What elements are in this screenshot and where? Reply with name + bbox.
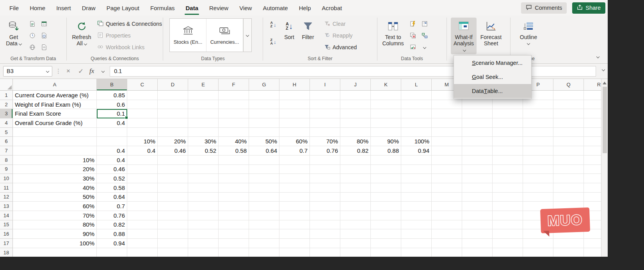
column-header-k[interactable]: K xyxy=(371,79,401,91)
cell-I11[interactable] xyxy=(310,183,340,193)
cell-H2[interactable] xyxy=(279,100,310,109)
cell-B9[interactable]: 0.46 xyxy=(97,165,127,174)
cell-D3[interactable] xyxy=(158,109,188,118)
cell-L5[interactable] xyxy=(401,128,432,137)
cell-O2[interactable] xyxy=(493,100,523,109)
cell-C17[interactable] xyxy=(127,239,158,248)
cell-Q6[interactable] xyxy=(553,137,584,146)
cell-O5[interactable] xyxy=(493,128,523,137)
cell-L12[interactable] xyxy=(401,193,432,202)
cell-P10[interactable] xyxy=(523,174,553,183)
cell-A17[interactable]: 100% xyxy=(13,239,97,248)
cell-Q12[interactable] xyxy=(553,193,584,202)
cell-K10[interactable] xyxy=(371,174,401,183)
cell-A3[interactable]: Final Exam Score xyxy=(13,109,97,118)
cell-A15[interactable]: 80% xyxy=(13,220,97,230)
cell-C5[interactable] xyxy=(127,128,158,137)
row-header-13[interactable]: 13 xyxy=(0,202,13,211)
cell-M10[interactable] xyxy=(432,174,462,183)
cell-J18[interactable] xyxy=(340,248,371,257)
cell-D9[interactable] xyxy=(158,165,188,174)
cell-R6[interactable] xyxy=(584,137,601,146)
tab-file[interactable]: File xyxy=(4,0,24,16)
cell-M17[interactable] xyxy=(432,239,462,248)
data-types-more-button[interactable] xyxy=(243,19,251,52)
cell-P5[interactable] xyxy=(523,128,553,137)
cell-P9[interactable] xyxy=(523,165,553,174)
cell-L9[interactable] xyxy=(401,165,432,174)
cell-D15[interactable] xyxy=(158,220,188,230)
cell-A12[interactable]: 50% xyxy=(13,193,97,202)
cell-K3[interactable] xyxy=(371,109,401,118)
cell-I13[interactable] xyxy=(310,202,340,211)
cell-J13[interactable] xyxy=(340,202,371,211)
cell-P2[interactable] xyxy=(523,100,553,109)
cell-K4[interactable] xyxy=(371,118,401,128)
cell-L6[interactable]: 100% xyxy=(401,137,432,146)
queries-connections-button[interactable]: Queries & Connections xyxy=(96,19,164,29)
cell-F18[interactable] xyxy=(219,248,249,257)
row-header-7[interactable]: 7 xyxy=(0,146,13,156)
cell-B16[interactable]: 0.88 xyxy=(97,229,127,239)
cell-B7[interactable]: 0.4 xyxy=(97,146,127,156)
cell-D16[interactable] xyxy=(158,229,188,239)
cell-H5[interactable] xyxy=(279,128,310,137)
cell-R1[interactable] xyxy=(584,91,601,100)
cell-J12[interactable] xyxy=(340,193,371,202)
filter-button[interactable]: Filter xyxy=(298,18,318,54)
sort-az-button[interactable]: AZ↓ xyxy=(267,18,279,32)
cell-H1[interactable] xyxy=(279,91,310,100)
stocks-data-type[interactable]: Stocks (En... xyxy=(170,19,206,52)
cell-K1[interactable] xyxy=(371,91,401,100)
cell-N6[interactable] xyxy=(462,137,493,146)
cell-J16[interactable] xyxy=(340,229,371,239)
cell-A18[interactable] xyxy=(13,248,97,257)
cell-F14[interactable] xyxy=(219,211,249,220)
cell-I17[interactable] xyxy=(310,239,340,248)
remove-duplicates-button[interactable] xyxy=(407,30,419,41)
cell-E14[interactable] xyxy=(188,211,219,220)
cell-O16[interactable] xyxy=(493,229,523,239)
cell-N2[interactable] xyxy=(462,100,493,109)
from-table-range-button[interactable] xyxy=(38,18,50,30)
cell-Q7[interactable] xyxy=(553,146,584,156)
cell-C16[interactable] xyxy=(127,229,158,239)
cell-B10[interactable]: 0.52 xyxy=(97,174,127,183)
cell-F2[interactable] xyxy=(219,100,249,109)
cell-M13[interactable] xyxy=(432,202,462,211)
tab-help[interactable]: Help xyxy=(294,0,317,16)
cell-E11[interactable] xyxy=(188,183,219,193)
cell-H17[interactable] xyxy=(279,239,310,248)
cell-P11[interactable] xyxy=(523,183,553,193)
menu-item-scenario-manager[interactable]: Scenario Manager... xyxy=(454,56,531,70)
cell-J8[interactable] xyxy=(340,156,371,165)
cell-O7[interactable] xyxy=(493,146,523,156)
cell-P6[interactable] xyxy=(523,137,553,146)
cell-B1[interactable]: 0.85 xyxy=(97,91,127,100)
cell-F7[interactable]: 0.58 xyxy=(219,146,249,156)
data-validation-button[interactable] xyxy=(407,41,419,53)
cell-C12[interactable] xyxy=(127,193,158,202)
cell-D6[interactable]: 20% xyxy=(158,137,188,146)
cell-N17[interactable] xyxy=(462,239,493,248)
cell-H14[interactable] xyxy=(279,211,310,220)
cell-K12[interactable] xyxy=(371,193,401,202)
cell-D18[interactable] xyxy=(158,248,188,257)
cell-A1[interactable]: Current Course Average (%) xyxy=(13,91,97,100)
cell-L11[interactable] xyxy=(401,183,432,193)
cell-N15[interactable] xyxy=(462,220,493,230)
cell-Q3[interactable] xyxy=(553,109,584,118)
cell-C10[interactable] xyxy=(127,174,158,183)
formula-bar-drag-handle[interactable]: ⋮ xyxy=(55,68,61,75)
cell-L13[interactable] xyxy=(401,202,432,211)
row-header-18[interactable]: 18 xyxy=(0,248,13,257)
cell-Q8[interactable] xyxy=(553,156,584,165)
cell-R4[interactable] xyxy=(584,118,601,128)
cell-D7[interactable]: 0.46 xyxy=(158,146,188,156)
cell-E3[interactable] xyxy=(188,109,219,118)
cell-N10[interactable] xyxy=(462,174,493,183)
cell-Q9[interactable] xyxy=(553,165,584,174)
cell-N9[interactable] xyxy=(462,165,493,174)
cell-H11[interactable] xyxy=(279,183,310,193)
cell-Q5[interactable] xyxy=(553,128,584,137)
